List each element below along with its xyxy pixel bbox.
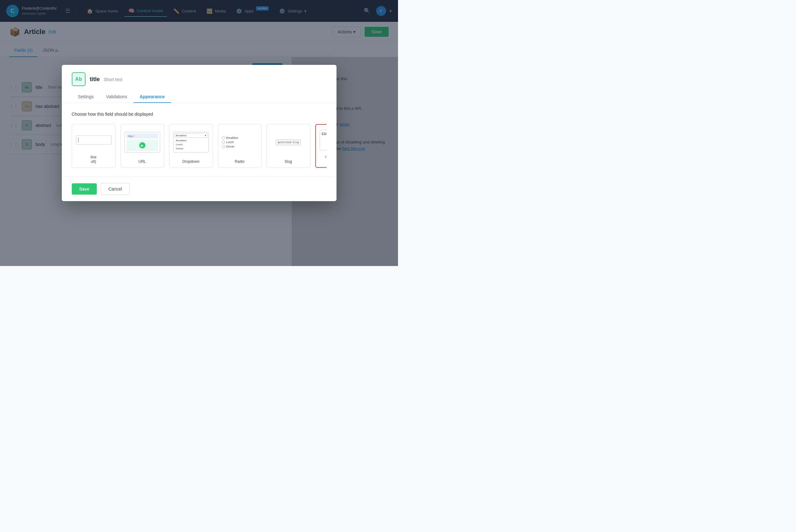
appearance-option-custom[interactable]: CUSTOM ✏ multi-location-extension multi-… (315, 124, 326, 168)
modal-overlay: Ab title Short text Settings Validations… (0, 0, 398, 266)
custom-header-label: CUSTOM (322, 132, 326, 136)
modal-save-button[interactable]: Save (72, 183, 97, 195)
custom-label: multi-location-extension (325, 155, 326, 164)
modal-instruction: Choose how this field should be displaye… (72, 112, 326, 117)
modal-field-title: title (90, 76, 100, 82)
appearance-option-radio[interactable]: Breakfast Lunch Dinner Radio (218, 124, 261, 168)
slug-preview: generated-slug (271, 128, 306, 156)
modal-header: Ab title Short text Settings Validations… (62, 65, 337, 103)
main-content: has used 4 out of 50 fields. + Add field… (0, 57, 398, 266)
appearance-option-dropdown[interactable]: Breakfast▾ Breakfast Lunch Dinner (169, 124, 213, 168)
tab-validations[interactable]: Validations (100, 91, 133, 103)
modal-header-top: Ab title Short text (72, 72, 326, 86)
custom-preview: CUSTOM ✏ multi-location-extension (320, 129, 326, 152)
single-line-label: lineult) (91, 155, 96, 164)
appearance-option-single-line[interactable]: lineult) (72, 124, 115, 168)
appearance-modal: Ab title Short text Settings Validations… (62, 65, 337, 201)
modal-cancel-button[interactable]: Cancel (101, 183, 130, 195)
modal-tabs: Settings Validations Appearance (72, 91, 326, 102)
modal-field-info: title Short text (90, 76, 122, 83)
modal-field-type: Short text (104, 77, 122, 82)
dropdown-preview: Breakfast▾ Breakfast Lunch Dinner (173, 128, 209, 156)
tab-appearance[interactable]: Appearance (133, 91, 171, 103)
modal-field-icon: Ab (72, 72, 86, 86)
appearance-option-url[interactable]: http:// ▶ URL (121, 124, 164, 168)
tab-settings[interactable]: Settings (72, 91, 100, 103)
slug-label: Slug (284, 159, 292, 164)
modal-footer: Save Cancel (62, 176, 337, 201)
url-preview: http:// ▶ (125, 128, 160, 156)
modal-body: Choose how this field should be displaye… (62, 103, 337, 176)
appearance-options: lineult) http:// ▶ (72, 124, 326, 168)
appearance-option-slug[interactable]: generated-slug Slug (267, 124, 310, 168)
radio-label: Radio (235, 159, 245, 164)
dropdown-label: Dropdown (182, 159, 199, 164)
custom-content: multi-location-extension (322, 139, 326, 148)
url-label: URL (138, 159, 146, 164)
radio-preview: Breakfast Lunch Dinner (222, 128, 257, 156)
single-line-preview (76, 128, 111, 152)
